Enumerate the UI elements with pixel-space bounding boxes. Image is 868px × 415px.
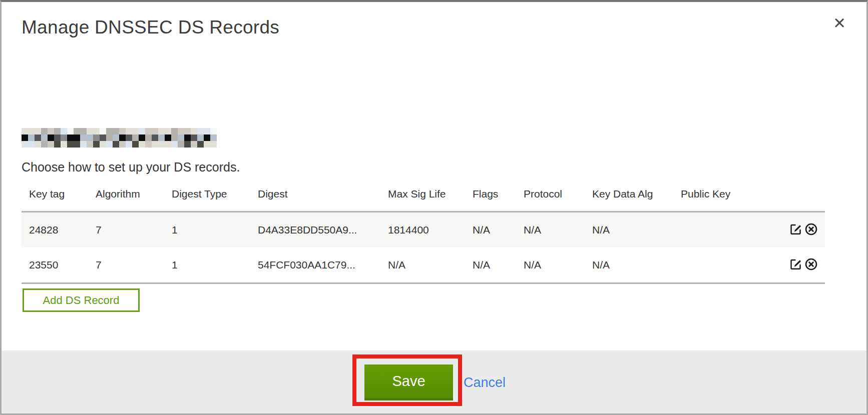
table-row: 24828 7 1 D4A33E8DD550A9... 1814400 N/A … bbox=[22, 212, 825, 248]
close-button[interactable]: ✕ bbox=[828, 12, 850, 34]
cell-digest: D4A33E8DD550A9... bbox=[258, 224, 388, 236]
col-header-public-key: Public Key bbox=[681, 188, 765, 200]
cell-digest-type: 1 bbox=[172, 224, 258, 236]
cancel-link[interactable]: Cancel bbox=[464, 375, 506, 390]
col-header-key-data-alg: Key Data Alg bbox=[592, 188, 681, 200]
col-header-algorithm: Algorithm bbox=[96, 188, 172, 200]
edit-record-button[interactable] bbox=[788, 223, 803, 238]
col-header-digest: Digest bbox=[258, 188, 388, 200]
table-body: 24828 7 1 D4A33E8DD550A9... 1814400 N/A … bbox=[22, 211, 825, 284]
cell-max-sig-life: N/A bbox=[388, 259, 473, 271]
close-icon: ✕ bbox=[833, 14, 846, 32]
col-header-flags: Flags bbox=[473, 188, 524, 200]
col-header-digest-type: Digest Type bbox=[172, 188, 258, 200]
cell-key-tag: 24828 bbox=[22, 224, 96, 236]
cell-algorithm: 7 bbox=[96, 259, 172, 271]
edit-record-button[interactable] bbox=[788, 258, 803, 272]
col-header-key-tag: Key tag bbox=[22, 188, 96, 200]
delete-record-button[interactable] bbox=[804, 223, 818, 238]
cell-key-tag: 23550 bbox=[22, 259, 96, 271]
delete-icon bbox=[804, 258, 818, 272]
page-title: Manage DNSSEC DS Records bbox=[22, 17, 279, 38]
intro-text: Choose how to set up your DS records. bbox=[22, 160, 240, 174]
cell-flags: N/A bbox=[473, 224, 524, 236]
manage-dnssec-dialog: Manage DNSSEC DS Records ✕ Choose how to… bbox=[0, 0, 868, 415]
cell-digest: 54FCF030AA1C79... bbox=[258, 259, 388, 271]
table-row: 23550 7 1 54FCF030AA1C79... N/A N/A N/A … bbox=[22, 248, 825, 282]
delete-icon bbox=[804, 223, 818, 238]
domain-name-redacted bbox=[22, 128, 217, 148]
cell-protocol: N/A bbox=[524, 224, 592, 236]
cell-max-sig-life: 1814400 bbox=[388, 224, 473, 236]
table-header-row: Key tag Algorithm Digest Type Digest Max… bbox=[22, 188, 825, 211]
cell-algorithm: 7 bbox=[96, 224, 172, 236]
edit-icon bbox=[789, 258, 802, 272]
cell-protocol: N/A bbox=[524, 259, 592, 271]
col-header-protocol: Protocol bbox=[524, 188, 592, 200]
cell-flags: N/A bbox=[473, 259, 524, 271]
edit-icon bbox=[789, 223, 802, 238]
save-button[interactable]: Save bbox=[364, 364, 453, 400]
delete-record-button[interactable] bbox=[804, 258, 818, 272]
col-header-max-sig-life: Max Sig Life bbox=[388, 188, 473, 200]
cell-digest-type: 1 bbox=[172, 259, 258, 271]
row-actions bbox=[765, 258, 825, 272]
add-ds-record-button[interactable]: Add DS Record bbox=[23, 288, 140, 312]
cell-key-data-alg: N/A bbox=[592, 224, 681, 236]
row-actions bbox=[765, 223, 825, 238]
ds-records-table: Key tag Algorithm Digest Type Digest Max… bbox=[22, 188, 825, 284]
cell-key-data-alg: N/A bbox=[592, 259, 681, 271]
